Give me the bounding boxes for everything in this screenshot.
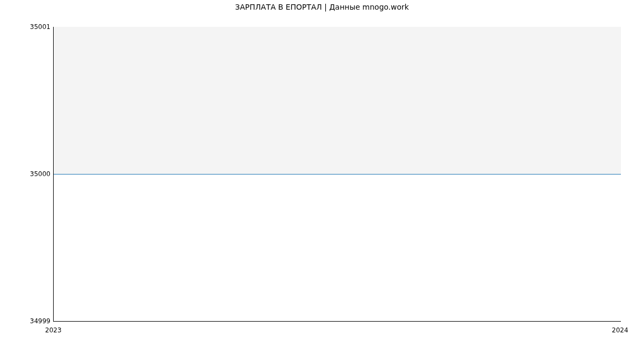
line-series xyxy=(54,174,621,174)
x-tick-left: 2023 xyxy=(45,327,62,333)
chart-container: ЗАРПЛАТА В ЕПОРТАЛ | Данные mnogo.work 3… xyxy=(0,0,644,349)
y-tick-bot: 34999 xyxy=(29,318,50,324)
y-tick-top: 35001 xyxy=(29,24,50,30)
plot-area xyxy=(53,27,621,322)
y-tick-mid: 35000 xyxy=(29,171,50,177)
plot-fill-upper xyxy=(54,27,621,174)
chart-title: ЗАРПЛАТА В ЕПОРТАЛ | Данные mnogo.work xyxy=(0,3,644,11)
x-tick-right: 2024 xyxy=(612,327,628,333)
